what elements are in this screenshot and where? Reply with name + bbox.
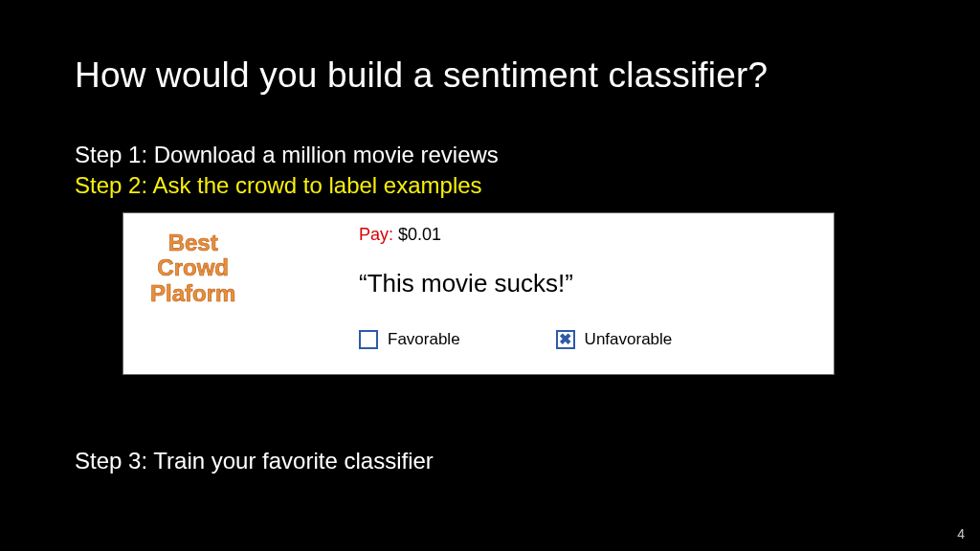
option-favorable-label: Favorable (388, 330, 460, 349)
pay-label: Pay: (359, 225, 393, 244)
slide: How would you build a sentiment classifi… (0, 0, 980, 551)
pay-value: $0.01 (393, 225, 441, 244)
crowd-task-card: Best Crowd Plaform Pay: $0.01 “This movi… (122, 212, 835, 375)
slide-title: How would you build a sentiment classifi… (75, 55, 768, 96)
x-mark-icon: ✖ (559, 332, 571, 347)
pay-row: Pay: $0.01 (359, 225, 441, 245)
platform-logo: Best Crowd Plaform (150, 231, 235, 306)
checkbox-unfavorable[interactable]: ✖ (556, 330, 575, 349)
option-unfavorable[interactable]: ✖ Unfavorable (556, 330, 673, 349)
platform-logo-line: Best (150, 231, 235, 255)
step-2: Step 2: Ask the crowd to label examples (75, 172, 482, 199)
options-row: Favorable ✖ Unfavorable (359, 330, 672, 349)
platform-logo-line: Crowd (150, 255, 235, 280)
option-favorable[interactable]: Favorable (359, 330, 460, 349)
review-quote: “This movie sucks!” (359, 269, 573, 298)
step-1: Step 1: Download a million movie reviews (75, 142, 499, 168)
checkbox-favorable[interactable] (359, 330, 378, 349)
page-number: 4 (957, 526, 965, 541)
platform-logo-line: Plaform (150, 281, 235, 306)
step-3: Step 3: Train your favorite classifier (75, 448, 434, 474)
option-unfavorable-label: Unfavorable (585, 330, 673, 349)
